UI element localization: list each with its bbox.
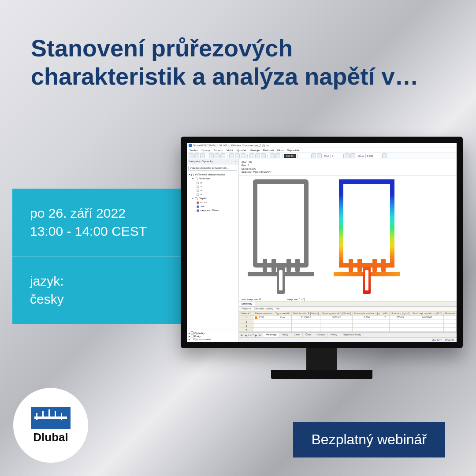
canvas-header: ZS2 - My Prut: 1 Místo: 0.000 σeqv,von M… [239, 159, 457, 176]
free-webinar-button[interactable]: Bezplatný webinář [293, 422, 445, 457]
tree-root[interactable]: ▾ Průřezové charakteristiky [189, 173, 237, 177]
toolbar-separator [268, 154, 268, 158]
highlight-icon[interactable] [275, 153, 280, 158]
save-icon[interactable] [200, 153, 205, 158]
tree-axis-v[interactable]: v [189, 193, 237, 197]
tab-materialy[interactable]: Materiály [239, 302, 255, 306]
btab-casti[interactable]: Části [303, 333, 315, 337]
grid-row-empty[interactable]: 3 [239, 324, 457, 327]
results-icon[interactable] [255, 153, 260, 158]
prev-icon[interactable]: ◀ [245, 334, 247, 337]
undo-icon[interactable] [215, 153, 219, 158]
first-icon[interactable]: ⏮ [241, 334, 243, 336]
tree-sigma[interactable]: σₓ,tot [189, 201, 237, 205]
app-window: Dlubal RSECTION | 1.01.0021 | Effective … [187, 143, 457, 342]
menu-soubor[interactable]: Soubor [190, 149, 198, 152]
webinar-language: jazyk: česky [12, 257, 189, 324]
menu-okno[interactable]: Okno [277, 149, 283, 152]
menu-vypocet[interactable]: Výpočet [237, 149, 246, 152]
loadcase-combo[interactable]: ZS2 My [284, 154, 296, 158]
nav-typ-zobrazeni[interactable]: ▸ Typ zobrazení [189, 338, 237, 341]
grid-row-empty[interactable]: 4 [239, 327, 457, 331]
app-menubar[interactable]: Soubor Úpravy Zobrazit Vložit Výpočet Ná… [187, 148, 457, 153]
copy-icon[interactable] [235, 153, 240, 158]
misto-combo[interactable]: 0.000 [365, 154, 381, 158]
navigator-filter-combo[interactable]: Výpočet efektivního tenkostěnnéh… [188, 166, 237, 171]
tree-tau[interactable]: τtot [189, 205, 237, 208]
material-swatch-icon [255, 316, 257, 319]
navigator-panel: Navigátor - Výsledky × Výpočet efektivní… [187, 159, 239, 342]
pencil-icon[interactable] [270, 153, 275, 158]
app-title: Dlubal RSECTION | 1.01.0021 | Effective … [193, 144, 269, 147]
tree-napeti[interactable]: ▾ Napětí [189, 197, 237, 201]
btab-prvky[interactable]: Prvky [328, 333, 340, 337]
tree-axis-z[interactable]: z [189, 185, 237, 189]
dlubal-logo-badge: Dlubal [13, 388, 88, 463]
sub-zaklad[interactable]: Základní objekty [254, 307, 273, 310]
canvas-line1: ZS2 - My [242, 160, 454, 164]
paste-icon[interactable] [241, 153, 245, 158]
menu-upravy[interactable]: Úpravy [201, 149, 210, 152]
btab-body[interactable]: Body [279, 333, 291, 337]
settings-icon[interactable] [382, 153, 387, 158]
btab-otvory[interactable]: Otvory [314, 333, 328, 337]
nav-vysledky[interactable]: ▸ Výsledky [189, 331, 237, 335]
tree-axis-u[interactable]: u [189, 189, 237, 193]
webinar-date: po 26. září 2022 [30, 205, 171, 223]
status-rastr[interactable]: RASTR [445, 338, 454, 341]
toolbar-separator [247, 154, 248, 158]
tree-polarnice[interactable]: ▾ Polárnice [189, 177, 237, 181]
grid-header-row: Materiál č. Název materiálu Typ materiál… [239, 312, 457, 316]
data-panel: Materiály Přejít na Základní objekty Na … [239, 301, 457, 342]
calc-icon[interactable] [249, 153, 254, 158]
cut-icon[interactable] [229, 153, 234, 158]
cross-section-geometry [248, 179, 314, 294]
menu-napoveda[interactable]: Nápověda [287, 149, 299, 152]
canvas-line2: Prut: 1 [242, 164, 454, 167]
language-value: česky [30, 290, 171, 309]
sub-na[interactable]: Na [276, 307, 279, 310]
new-icon[interactable] [189, 153, 193, 158]
last-icon[interactable]: ⏭ [259, 334, 261, 336]
data-panel-bottom-tabs[interactable]: ⏮ ◀ 1 z 7 ▶ ⏭ Materiály Body Linie Části… [239, 332, 457, 337]
grid-row-1[interactable]: 1 S355 Ocel 210000.0 80769.2 0.300 7 785… [239, 316, 457, 320]
nav-prvky[interactable]: ▸ Prvky [189, 335, 237, 338]
tree-axis-y[interactable]: y [189, 181, 237, 185]
open-icon[interactable] [194, 153, 199, 158]
tree-vonmises[interactable]: σeqv,von Mises [189, 208, 237, 212]
grid-row-empty[interactable]: 2 [239, 320, 457, 324]
menu-zobrazit[interactable]: Zobrazit [213, 149, 223, 152]
btab-linie[interactable]: Linie [291, 333, 303, 337]
close-icon[interactable]: × [235, 160, 237, 163]
canvas-line3: Místo: 0.000 [242, 167, 454, 171]
misto-label: Místo: [358, 155, 364, 157]
dlubal-logo-text: Dlubal [33, 431, 68, 444]
navigator-tree[interactable]: ▾ Průřezové charakteristiky ▾ Polárnice … [187, 172, 238, 213]
btab-materialy[interactable]: Materiály [263, 333, 279, 337]
materials-grid[interactable]: Materiál č. Název materiálu Typ materiál… [239, 311, 457, 332]
app-workarea: Navigátor - Výsledky × Výpočet efektivní… [187, 159, 457, 342]
chevron-left-icon[interactable] [311, 153, 316, 158]
pager[interactable]: ⏮ ◀ 1 z 7 ▶ ⏭ [239, 333, 263, 337]
sub-prejit[interactable]: Přejít na [242, 307, 251, 310]
loadcase-next-combo[interactable] [297, 154, 310, 158]
navigator-title-text: Navigátor - Výsledky [189, 160, 213, 163]
data-panel-subbar: Přejít na Základní objekty Na [239, 307, 457, 311]
prut-combo[interactable]: 1 [331, 154, 344, 158]
next-icon[interactable]: ▶ [255, 334, 257, 337]
status-uchop[interactable]: ÚCHOP [432, 338, 442, 341]
model-canvas[interactable]: max σeqv,von M σeqv,von /cm²] [239, 176, 457, 301]
chevron-left-icon[interactable] [345, 153, 350, 158]
webinar-datetime: po 26. září 2022 13:00 - 14:00 CEST [12, 189, 189, 256]
chevron-right-icon[interactable] [350, 153, 355, 158]
chevron-right-icon[interactable] [317, 153, 322, 158]
webinar-time: 13:00 - 14:00 CEST [30, 223, 171, 241]
view-icon[interactable] [261, 153, 266, 158]
data-panel-tabs[interactable]: Materiály [239, 302, 457, 307]
menu-nastroje[interactable]: Nástroje [249, 149, 259, 152]
btab-napetove-body[interactable]: Napěťové body [340, 333, 364, 337]
menu-moznosti[interactable]: Možnosti [263, 149, 274, 152]
print-icon[interactable] [209, 153, 214, 158]
redo-icon[interactable] [220, 153, 225, 158]
menu-vlozit[interactable]: Vložit [227, 149, 233, 152]
